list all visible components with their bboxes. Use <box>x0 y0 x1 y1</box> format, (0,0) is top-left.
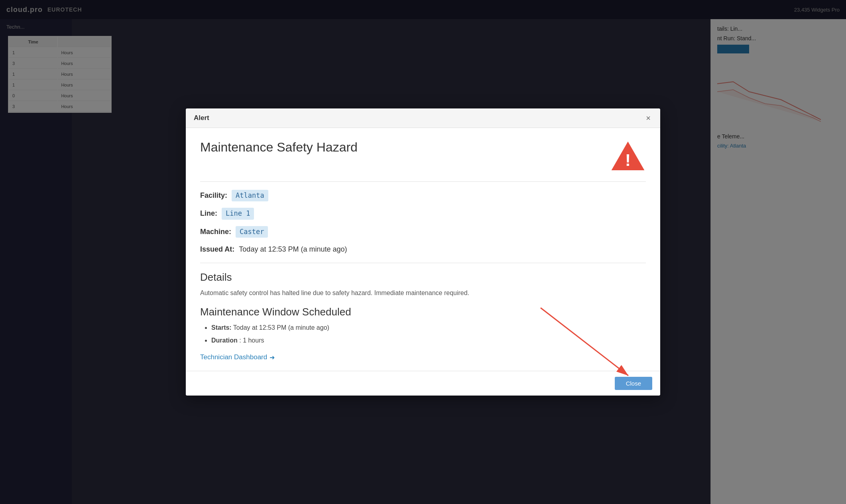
modal-overlay: Alert × Maintenance Safety Hazard ! Faci… <box>0 0 846 504</box>
machine-label: Machine: <box>200 228 231 236</box>
warning-icon: ! <box>610 140 646 172</box>
modal-footer: Close <box>186 371 660 396</box>
modal-close-x-button[interactable]: × <box>644 114 652 122</box>
details-text: Automatic safety control has halted line… <box>200 288 646 298</box>
duration-value: : 1 hours <box>239 337 264 344</box>
modal-body: Maintenance Safety Hazard ! Facility: At… <box>186 128 660 371</box>
maint-starts: Starts: Today at 12:53 PM (a minute ago) <box>211 323 646 333</box>
svg-text:!: ! <box>625 150 631 169</box>
machine-field: Machine: Caster <box>200 226 646 238</box>
facility-label: Facility: <box>200 191 227 199</box>
line-field: Line: Line 1 <box>200 208 646 220</box>
arrow-right-icon: ➜ <box>270 354 275 361</box>
duration-label: Duration <box>211 337 238 344</box>
technician-dashboard-link[interactable]: Technician Dashboard ➜ <box>200 353 275 361</box>
starts-value: Today at 12:53 PM (a minute ago) <box>233 324 329 331</box>
close-button[interactable]: Close <box>615 377 652 390</box>
facility-field: Facility: Atlanta <box>200 190 646 202</box>
facility-value: Atlanta <box>232 190 268 202</box>
maintenance-title: Maintenance Window Scheduled <box>200 306 646 318</box>
dashboard-link-text: Technician Dashboard <box>200 353 267 361</box>
issued-at-label: Issued At: <box>200 245 234 253</box>
line-label: Line: <box>200 209 217 217</box>
maint-duration: Duration : 1 hours <box>211 336 646 345</box>
modal-header: Alert × <box>186 108 660 128</box>
alert-title-row: Maintenance Safety Hazard ! <box>200 140 646 172</box>
starts-label: Starts: <box>211 324 232 331</box>
maintenance-list: Starts: Today at 12:53 PM (a minute ago)… <box>200 323 646 345</box>
machine-value: Caster <box>236 226 268 238</box>
issued-at-field: Issued At: Today at 12:53 PM (a minute a… <box>200 244 646 255</box>
alert-modal: Alert × Maintenance Safety Hazard ! Faci… <box>186 108 660 396</box>
divider-2 <box>200 263 646 263</box>
modal-title: Alert <box>194 114 209 122</box>
alert-title: Maintenance Safety Hazard <box>200 140 358 155</box>
details-title: Details <box>200 271 646 284</box>
divider-1 <box>200 181 646 182</box>
issued-at-value: Today at 12:53 PM (a minute ago) <box>239 245 347 253</box>
line-value: Line 1 <box>222 208 254 220</box>
